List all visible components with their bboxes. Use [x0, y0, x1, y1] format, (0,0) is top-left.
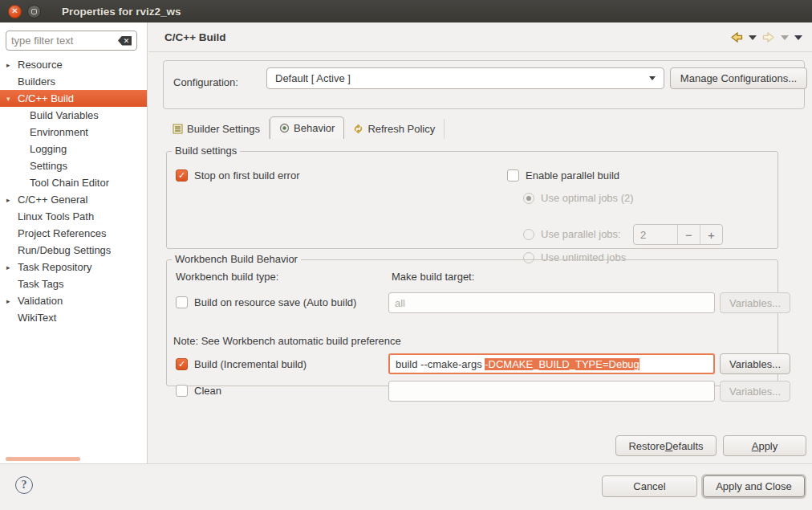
- configuration-label: Configuration:: [173, 76, 238, 88]
- tree-item-tool-chain-editor[interactable]: Tool Chain Editor: [0, 174, 147, 191]
- tree-item-project-references[interactable]: Project References: [0, 225, 147, 242]
- tree-item-settings[interactable]: Settings: [0, 157, 147, 174]
- configuration-value: Default [ Active ]: [275, 72, 649, 84]
- auto-build-checkbox[interactable]: [176, 296, 188, 308]
- tree-item-c-c-general[interactable]: ▸C/C++ General: [0, 191, 147, 208]
- manage-configurations-button[interactable]: Manage Configurations...: [670, 67, 807, 89]
- tree-item-label: Tool Chain Editor: [30, 177, 109, 189]
- tree-item-label: Environment: [30, 126, 88, 138]
- tree-item-label: WikiText: [18, 312, 56, 324]
- incremental-build-target-field[interactable]: build --cmake-args -DCMAKE_BUILD_TYPE=De…: [388, 353, 715, 374]
- tree-item-run-debug-settings[interactable]: Run/Debug Settings: [0, 242, 147, 259]
- tree-item-label: Resource: [18, 59, 63, 71]
- use-parallel-jobs-radio[interactable]: [523, 229, 534, 240]
- spinner-decrement-button[interactable]: −: [677, 225, 700, 244]
- tree-item-label: Run/Debug Settings: [18, 244, 111, 256]
- auto-build-variables-button[interactable]: Variables...: [720, 292, 790, 313]
- use-optimal-jobs-label: Use optimal jobs (2): [541, 192, 634, 204]
- clean-variables-button[interactable]: Variables...: [720, 381, 790, 402]
- incremental-target-selected-text: -DCMAKE_BUILD_TYPE=Debug: [485, 358, 639, 370]
- tree-item-linux-tools-path[interactable]: Linux Tools Path: [0, 208, 147, 225]
- chevron-down-icon: [649, 76, 656, 80]
- workbench-note: Note: See Workbench automatic build pref…: [173, 335, 401, 347]
- tab-refresh-policy[interactable]: Refresh Policy: [344, 119, 445, 139]
- expand-icon[interactable]: ▸: [6, 196, 16, 204]
- stop-on-first-error-checkbox[interactable]: [176, 169, 188, 182]
- restore-defaults-button[interactable]: Restore Defaults: [615, 435, 717, 456]
- page-header: C/C++ Build: [148, 22, 812, 52]
- dialog-footer: ? Cancel Apply and Close: [0, 464, 812, 510]
- titlebar[interactable]: ✕ Properties for rviz2_ws: [0, 0, 812, 22]
- expand-icon[interactable]: ▸: [6, 61, 16, 69]
- back-icon[interactable]: [730, 32, 743, 43]
- forward-history-menu-icon[interactable]: [781, 35, 789, 40]
- tree-item-builders[interactable]: Builders: [0, 73, 147, 90]
- close-icon: ✕: [11, 7, 18, 15]
- filter-placeholder: type filter text: [11, 35, 118, 47]
- make-build-target-header: Make build target:: [392, 271, 474, 283]
- restore-defaults-label: Restore: [628, 440, 665, 452]
- clean-checkbox[interactable]: [176, 385, 188, 397]
- close-window-button[interactable]: ✕: [8, 5, 22, 18]
- parallel-jobs-spinner[interactable]: 2 − +: [633, 224, 723, 245]
- apply-mnemonic: A: [752, 440, 759, 452]
- spinner-increment-button[interactable]: +: [700, 225, 722, 244]
- apply-label-post: pply: [758, 440, 777, 452]
- help-button[interactable]: ?: [15, 476, 33, 494]
- incremental-variables-button[interactable]: Variables...: [720, 353, 790, 374]
- back-history-menu-icon[interactable]: [749, 35, 757, 40]
- forward-icon[interactable]: [762, 32, 775, 43]
- tree-item-task-repository[interactable]: ▸Task Repository: [0, 259, 147, 275]
- expand-icon[interactable]: ▸: [6, 297, 16, 305]
- clear-filter-icon[interactable]: ✕: [118, 36, 132, 46]
- behavior-icon: [279, 123, 290, 133]
- stop-on-first-error-label: Stop on first build error: [194, 169, 300, 182]
- workbench-build-behavior-group: Workbench Build Behavior Workbench build…: [166, 259, 778, 386]
- tree-item-label: Logging: [30, 143, 67, 155]
- incremental-build-checkbox[interactable]: [176, 358, 188, 370]
- tree-item-task-tags[interactable]: Task Tags: [0, 275, 147, 292]
- restore-defaults-label-post: efaults: [672, 440, 703, 452]
- tree-item-label: Linux Tools Path: [18, 210, 94, 222]
- page-title: C/C++ Build: [164, 31, 226, 43]
- tree-item-label: Task Repository: [18, 261, 91, 273]
- tab-label: Refresh Policy: [367, 123, 435, 135]
- tree-item-label: Validation: [18, 295, 63, 307]
- properties-tree: ▸ResourceBuilders▾C/C++ BuildBuild Varia…: [0, 56, 147, 361]
- apply-and-close-button[interactable]: Apply and Close: [703, 475, 805, 497]
- maximize-window-button[interactable]: [27, 5, 41, 18]
- enable-parallel-build-checkbox[interactable]: [507, 169, 519, 182]
- build-tabs: Builder Settings Behavior Refresh Policy: [163, 116, 445, 139]
- tree-item-validation[interactable]: ▸Validation: [0, 292, 147, 309]
- tree-item-label: Task Tags: [18, 278, 64, 290]
- tree-item-label: Build Variables: [30, 109, 99, 121]
- expand-icon[interactable]: ▸: [6, 263, 16, 271]
- tree-item-build-variables[interactable]: Build Variables: [0, 107, 147, 124]
- cancel-button[interactable]: Cancel: [602, 475, 697, 497]
- clean-target-field[interactable]: [388, 381, 715, 402]
- collapse-icon[interactable]: ▾: [6, 95, 16, 103]
- properties-dialog: ✕ Properties for rviz2_ws type filter te…: [0, 0, 812, 510]
- restore-defaults-mnemonic: D: [665, 440, 672, 452]
- configuration-select[interactable]: Default [ Active ]: [266, 67, 664, 89]
- main-panel: C/C++ Build Configuration: Default [ Act…: [148, 22, 812, 463]
- builder-settings-icon: [173, 124, 183, 134]
- tree-item-label: C/C++ General: [18, 194, 87, 206]
- tree-item-resource[interactable]: ▸Resource: [0, 56, 147, 73]
- tab-builder-settings[interactable]: Builder Settings: [163, 119, 270, 139]
- tree-item-wikitext[interactable]: WikiText: [0, 309, 147, 326]
- tree-item-logging[interactable]: Logging: [0, 141, 147, 157]
- view-menu-icon[interactable]: [794, 35, 802, 40]
- apply-button[interactable]: Apply: [723, 435, 806, 456]
- filter-input[interactable]: type filter text ✕: [6, 31, 137, 51]
- build-settings-group: Build settings Stop on first build error…: [166, 151, 778, 249]
- tab-behavior[interactable]: Behavior: [270, 116, 344, 139]
- auto-build-target-field[interactable]: all: [388, 292, 715, 313]
- tree-item-c-c-build[interactable]: ▾C/C++ Build: [0, 90, 147, 107]
- use-optimal-jobs-radio[interactable]: [523, 193, 534, 204]
- tree-horizontal-scrollbar[interactable]: [6, 457, 80, 461]
- parallel-jobs-value: 2: [634, 225, 677, 244]
- build-settings-group-label: Build settings: [172, 145, 240, 157]
- incremental-build-label: Build (Incremental build): [194, 358, 307, 370]
- tree-item-environment[interactable]: Environment: [0, 124, 147, 141]
